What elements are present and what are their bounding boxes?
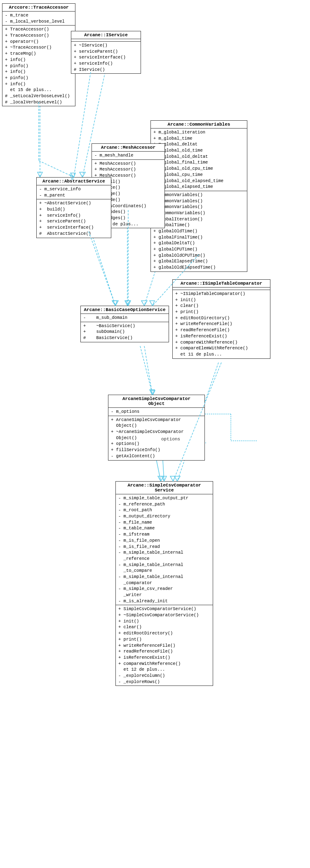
box-simple-csv-comparator-service-fields: - m_simple_table_output_ptr - m_referenc… (116, 494, 213, 605)
box-mesh-accessor-fields: - m_mesh_handle (92, 152, 164, 160)
box-trace-accessor-title: Arccore::TraceAccessor (2, 4, 75, 12)
box-trace-accessor: Arccore::TraceAccessor - m_trace - m_loc… (2, 3, 75, 106)
svg-marker-27 (150, 301, 155, 306)
svg-marker-29 (150, 390, 155, 395)
box-common-variables-methods: + CommonVariables() + CommonVariables() … (151, 191, 247, 271)
box-mesh-accessor-title: Arcane::MeshAccessor (92, 144, 164, 152)
svg-marker-1 (38, 172, 42, 177)
box-iservice: Arcane::IService + ~IService() + service… (71, 31, 141, 74)
box-iservice-title: Arcane::IService (71, 31, 141, 39)
box-arcane-simple-csv-comparator-object-fields: - m_options (108, 408, 204, 416)
box-simple-csv-comparator-service-title: Arcane::SimpleCsvComparatorService (116, 482, 213, 494)
box-basic-case-option-service-title: Arcane::BasicCaseOptionService (81, 306, 169, 314)
svg-line-6 (91, 231, 115, 306)
svg-line-20 (74, 72, 91, 177)
box-abstract-service-methods: + ~AbstractService() + build() + service… (37, 199, 111, 237)
box-isimple-table-comparator: Arcane::ISimpleTableComparator + ~ISimpl… (172, 279, 270, 359)
svg-line-12 (144, 346, 153, 395)
box-isimple-table-comparator-methods: + ~ISimpleTableComparator() + init() + c… (173, 290, 270, 358)
box-trace-accessor-fields: - m_trace - m_local_verbose_level (2, 12, 75, 26)
svg-marker-11 (174, 476, 180, 481)
box-abstract-service-fields: - m_service_info - m_parent (37, 185, 111, 199)
box-basic-case-option-service: Arcane::BasicCaseOptionService - m_sub_d… (80, 306, 169, 342)
box-abstract-service: Arcane::AbstractService - m_service_info… (36, 177, 111, 238)
svg-marker-25 (126, 301, 131, 306)
box-basic-case-option-service-fields: - m_sub_domain (81, 314, 169, 322)
svg-marker-31 (170, 476, 175, 481)
diagram-container: Arccore::TraceAccessor - m_trace - m_loc… (0, 0, 310, 868)
options-label: options (161, 437, 180, 442)
box-arcane-simple-csv-comparator-object-methods: + ArcaneSimpleCsvComparator Object() + ~… (108, 416, 204, 460)
box-isimple-table-comparator-title: Arcane::ISimpleTableComparator (173, 280, 270, 288)
svg-marker-21 (70, 173, 75, 177)
svg-marker-7 (113, 301, 118, 306)
svg-marker-33 (162, 476, 167, 481)
box-iservice-methods: + ~IService() + serviceParent() + servic… (71, 42, 141, 73)
box-abstract-service-title: Arcane::AbstractService (37, 178, 111, 185)
svg-line-32 (163, 461, 164, 481)
box-simple-csv-comparator-service: Arcane::SimpleCsvComparatorService - m_s… (115, 481, 213, 686)
box-common-variables-fields: + m_global_iteration + m_global_time + m… (151, 129, 247, 191)
box-arcane-simple-csv-comparator-object-title: ArcaneSimpleCsvComparatorObject (108, 395, 204, 408)
svg-line-28 (140, 346, 153, 395)
svg-marker-3 (80, 172, 85, 177)
box-arcane-simple-csv-comparator-object: ArcaneSimpleCsvComparatorObject - m_opti… (108, 395, 205, 461)
box-common-variables: Arcane::CommonVariables + m_global_itera… (150, 120, 247, 272)
svg-marker-9 (141, 301, 147, 306)
svg-marker-23 (112, 301, 117, 306)
svg-marker-15 (158, 476, 164, 481)
box-basic-case-option-service-methods: + ~BasicService() + subDomain() # BasicS… (81, 322, 169, 342)
box-common-variables-title: Arcane::CommonVariables (151, 121, 247, 129)
svg-marker-5 (125, 301, 130, 306)
svg-line-22 (89, 232, 115, 306)
svg-line-18 (39, 161, 74, 177)
box-simple-csv-comparator-service-methods: + SimpleCsvComparatorService() + ~Simple… (116, 605, 213, 686)
svg-line-14 (156, 457, 161, 481)
box-trace-accessor-methods: + TraceAccessor() + TraceAccessor() + op… (2, 26, 75, 106)
